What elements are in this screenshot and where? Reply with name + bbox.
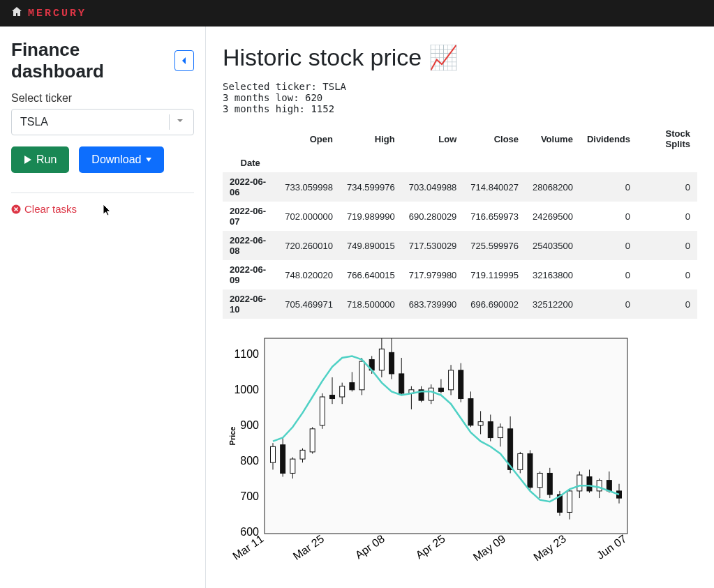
download-button-label: Download: [91, 153, 141, 166]
table-row: 2022-06-07702.000000719.989990690.280029…: [223, 202, 697, 231]
svg-rect-34: [290, 459, 295, 473]
clear-tasks-link[interactable]: Clear tasks: [11, 203, 77, 215]
svg-rect-42: [330, 395, 335, 398]
svg-text:May 09: May 09: [471, 532, 508, 561]
svg-rect-66: [449, 370, 454, 390]
page-title: Historic stock price 📈: [223, 43, 697, 71]
chevron-left-icon: [181, 56, 188, 65]
run-button[interactable]: Run: [11, 146, 69, 173]
table-column-header: Close: [463, 124, 526, 153]
table-column-header: Low: [402, 124, 464, 153]
svg-text:Price: Price: [228, 427, 237, 446]
table-row: 2022-06-10705.469971718.500000683.739990…: [223, 289, 697, 319]
svg-rect-90: [567, 491, 572, 513]
brand-logo[interactable]: MERCURY: [28, 8, 87, 20]
svg-text:Mar 25: Mar 25: [291, 532, 327, 561]
table-column-header: Volume: [526, 124, 580, 153]
sidebar: Finance dashboard Select ticker TSLA Run…: [0, 27, 206, 588]
svg-rect-76: [498, 427, 503, 437]
svg-rect-44: [340, 386, 345, 397]
price-chart[interactable]: 60070080090010001100PriceMar 11Mar 25Apr…: [223, 331, 697, 564]
table-row: 2022-06-09748.020020766.640015717.979980…: [223, 260, 697, 289]
play-icon: [24, 155, 32, 165]
svg-rect-30: [271, 446, 276, 462]
svg-rect-48: [359, 361, 364, 390]
svg-rect-70: [468, 399, 473, 425]
svg-rect-98: [607, 481, 611, 491]
svg-rect-68: [459, 370, 463, 399]
chevron-down-icon: [175, 116, 185, 128]
svg-rect-64: [438, 388, 443, 391]
svg-text:May 23: May 23: [531, 532, 568, 561]
svg-text:Apr 25: Apr 25: [413, 532, 447, 561]
svg-rect-82: [528, 453, 533, 487]
svg-text:700: 700: [240, 490, 259, 502]
download-button[interactable]: Download: [79, 146, 163, 173]
svg-text:1100: 1100: [234, 348, 259, 360]
topbar: MERCURY: [0, 0, 714, 27]
ticker-summary: Selected ticker: TSLA 3 months low: 620 …: [223, 81, 697, 114]
ticker-select-label: Select ticker: [11, 92, 194, 105]
svg-rect-74: [488, 422, 493, 438]
svg-rect-56: [399, 374, 404, 393]
home-icon[interactable]: [11, 6, 22, 20]
price-table: OpenHighLowCloseVolumeDividendsStock Spl…: [223, 124, 697, 319]
svg-text:800: 800: [240, 455, 259, 467]
table-row: 2022-06-08720.260010749.890015717.530029…: [223, 231, 697, 260]
svg-rect-96: [597, 481, 602, 491]
ticker-select-value: TSLA: [20, 116, 163, 128]
ticker-select[interactable]: TSLA: [11, 109, 194, 135]
svg-rect-54: [389, 352, 394, 374]
svg-rect-62: [429, 388, 433, 400]
collapse-sidebar-button[interactable]: [174, 50, 194, 71]
close-circle-icon: [11, 204, 21, 214]
sidebar-title: Finance dashboard: [11, 39, 174, 82]
svg-rect-32: [281, 445, 285, 474]
svg-rect-38: [310, 429, 315, 452]
table-column-header: Dividends: [580, 124, 637, 153]
svg-text:1000: 1000: [234, 384, 259, 395]
svg-text:Jun 07: Jun 07: [595, 532, 629, 561]
main-content: Historic stock price 📈 Selected ticker: …: [206, 27, 714, 588]
svg-rect-86: [547, 473, 552, 495]
clear-tasks-label: Clear tasks: [24, 203, 77, 215]
svg-rect-84: [537, 473, 542, 487]
table-column-header: Stock Splits: [637, 124, 697, 153]
table-column-header: Open: [278, 124, 340, 153]
svg-rect-80: [518, 453, 523, 469]
svg-rect-92: [577, 475, 582, 491]
table-date-header: Date: [223, 153, 278, 172]
table-column-header: High: [340, 124, 402, 153]
run-button-label: Run: [36, 153, 57, 166]
svg-rect-40: [320, 397, 325, 425]
svg-rect-46: [350, 383, 355, 390]
caret-down-icon: [146, 158, 151, 162]
svg-rect-36: [300, 450, 305, 459]
svg-rect-52: [379, 349, 384, 370]
svg-text:Apr 08: Apr 08: [353, 532, 387, 561]
svg-text:900: 900: [240, 419, 259, 431]
svg-rect-72: [478, 422, 483, 425]
svg-rect-1: [265, 338, 627, 534]
divider: [11, 193, 194, 193]
table-row: 2022-06-06733.059998734.599976703.049988…: [223, 172, 697, 202]
svg-rect-94: [587, 477, 592, 491]
